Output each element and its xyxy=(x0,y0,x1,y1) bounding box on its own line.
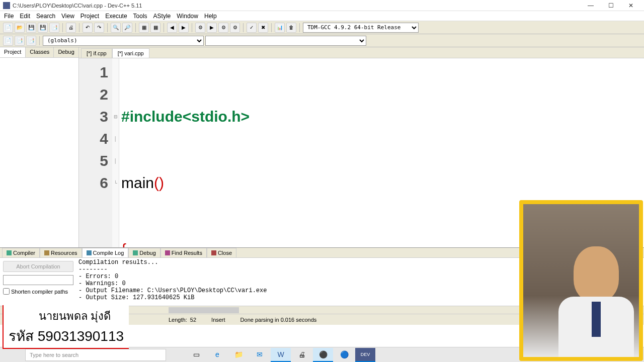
debug-icon[interactable]: ✓ xyxy=(247,23,257,33)
file-tab-vari[interactable]: [*] vari.cpp xyxy=(112,48,149,58)
search-placeholder: Type here to search xyxy=(30,352,78,358)
obs-icon[interactable]: ⚫ xyxy=(313,348,333,362)
separator xyxy=(79,23,79,32)
compile-icon[interactable]: ⚙ xyxy=(195,23,205,33)
function-select[interactable] xyxy=(205,36,366,46)
chrome-icon[interactable]: 🔵 xyxy=(334,348,354,362)
tab-compiler[interactable]: Compiler xyxy=(2,248,40,257)
fold-column: ⊟││└ xyxy=(112,58,119,247)
stop-icon[interactable]: ✖ xyxy=(258,23,268,33)
status-insert: Insert xyxy=(211,317,225,323)
close-button[interactable]: ✕ xyxy=(621,1,641,11)
goto-icon[interactable]: ▦ xyxy=(139,23,149,33)
close-file-icon[interactable]: 📑 xyxy=(49,23,59,33)
menubar: File Edit Search View Project Execute To… xyxy=(0,11,644,21)
compile-filter-input[interactable] xyxy=(3,275,73,285)
menu-project[interactable]: Project xyxy=(80,13,99,20)
shorten-paths-label: Shorten compiler paths xyxy=(11,289,68,295)
globals-select[interactable]: (globals) xyxy=(43,36,204,46)
maximize-button[interactable]: ☐ xyxy=(601,1,621,11)
goto2-icon[interactable]: ▦ xyxy=(150,23,160,33)
menu-help[interactable]: Help xyxy=(204,13,217,20)
tab-compile-log[interactable]: Compile Log xyxy=(82,248,129,257)
name-overlay: นายนพดล มุ่งดี รหัส 59031390113 xyxy=(3,305,129,349)
print-icon[interactable]: 🖨 xyxy=(66,23,76,33)
toolbar-main: 📄 📂 💾 💾 📑 🖨 ↶ ↷ 🔍 🔎 ▦ ▦ ◀ ▶ ⚙ ▶ ⚙ ⚙ ✓ ✖ … xyxy=(0,21,644,34)
status-length-label: Length: xyxy=(169,317,187,323)
save-all-icon[interactable]: 💾 xyxy=(38,23,48,33)
sidebar-tabs: Project Classes Debug xyxy=(0,47,78,58)
explorer-icon[interactable]: 📁 xyxy=(228,348,249,362)
menu-astyle[interactable]: AStyle xyxy=(153,13,171,20)
compile-run-icon[interactable]: ⚙ xyxy=(218,23,228,33)
rebuild-icon[interactable]: ⚙ xyxy=(230,23,240,33)
redo-icon[interactable]: ↷ xyxy=(94,23,104,33)
overlay-name-line: นายนพดล มุ่งดี xyxy=(39,307,124,325)
printer-icon[interactable]: 🖨 xyxy=(292,348,312,362)
bookmark-icon[interactable]: 📑 xyxy=(15,36,25,46)
menu-execute[interactable]: Execute xyxy=(105,13,127,20)
abort-compilation-button[interactable]: Abort Compilation xyxy=(3,261,73,272)
separator xyxy=(299,23,300,32)
word-icon[interactable]: W xyxy=(271,348,291,362)
sidebar-tab-project[interactable]: Project xyxy=(0,47,26,57)
menu-window[interactable]: Window xyxy=(177,13,198,20)
compiler-select[interactable]: TDM-GCC 4.9.2 64-bit Release xyxy=(303,23,419,33)
separator xyxy=(271,23,272,32)
find-icon[interactable]: 🔍 xyxy=(111,23,121,33)
status-length: 52 xyxy=(190,317,196,323)
save-icon[interactable]: 💾 xyxy=(26,23,36,33)
menu-search[interactable]: Search xyxy=(36,13,55,20)
menu-tools[interactable]: Tools xyxy=(133,13,147,20)
sidebar: Project Classes Debug xyxy=(0,47,79,247)
replace-icon[interactable]: 🔎 xyxy=(122,23,132,33)
app-icon xyxy=(3,2,10,9)
line-gutter: 1 2 3 4 5 6 xyxy=(79,58,112,247)
delete-profile-icon[interactable]: 🗑 xyxy=(286,23,296,33)
goto-bookmark-icon[interactable]: 📑 xyxy=(26,36,36,46)
line-number: 1 xyxy=(79,61,108,83)
tab-find-results[interactable]: Find Results xyxy=(160,248,207,257)
profile-icon[interactable]: 📊 xyxy=(275,23,285,33)
run-icon[interactable]: ▶ xyxy=(207,23,217,33)
file-tab-if[interactable]: [*] if.cpp xyxy=(81,48,112,58)
status-parse: Done parsing in 0.016 seconds xyxy=(240,317,317,323)
window-title: C:\Users\PLOY\Desktop\CC\vari.cpp - Dev-… xyxy=(13,3,581,9)
overlay-id-line: รหัส 59031390113 xyxy=(9,325,124,347)
sidebar-tab-debug[interactable]: Debug xyxy=(54,47,78,57)
menu-view[interactable]: View xyxy=(61,13,74,20)
menu-edit[interactable]: Edit xyxy=(20,13,30,20)
taskbar-apps: ▭ e 📁 ✉ W 🖨 ⚫ 🔵 DEV xyxy=(186,348,375,362)
devcpp-icon[interactable]: DEV xyxy=(355,348,375,362)
compile-controls: Abort Compilation Shorten compiler paths xyxy=(0,258,76,306)
separator xyxy=(192,23,192,32)
separator xyxy=(39,36,40,45)
menu-file[interactable]: File xyxy=(4,13,14,20)
webcam-overlay xyxy=(519,200,643,361)
open-icon[interactable]: 📂 xyxy=(15,23,25,33)
nav-fwd-icon[interactable]: ▶ xyxy=(179,23,189,33)
line-number: 2 xyxy=(79,83,108,106)
mail-icon[interactable]: ✉ xyxy=(250,348,270,362)
file-tabs: [*] if.cpp [*] vari.cpp xyxy=(79,47,644,58)
taskbar-search[interactable]: Type here to search xyxy=(25,349,166,361)
sidebar-tab-classes[interactable]: Classes xyxy=(26,47,54,57)
task-view-icon[interactable]: ▭ xyxy=(186,348,206,362)
tab-debug[interactable]: Debug xyxy=(128,248,160,257)
line-number: 3 xyxy=(79,106,108,128)
tab-close[interactable]: Close xyxy=(207,248,236,257)
tab-resources[interactable]: Resources xyxy=(40,248,82,257)
line-number: 4 xyxy=(79,128,108,150)
new-tab-icon[interactable]: 📄 xyxy=(3,36,13,46)
minimize-button[interactable]: — xyxy=(581,1,601,11)
toolbar-nav: 📄 📑 📑 (globals) xyxy=(0,34,644,47)
edge-icon[interactable]: e xyxy=(207,348,227,362)
line-number: 5 xyxy=(79,150,108,172)
separator xyxy=(107,23,108,32)
undo-icon[interactable]: ↶ xyxy=(83,23,93,33)
nav-back-icon[interactable]: ◀ xyxy=(167,23,177,33)
shorten-paths-checkbox[interactable] xyxy=(3,288,10,295)
new-file-icon[interactable]: 📄 xyxy=(3,23,13,33)
separator xyxy=(164,23,164,32)
scroll-thumb[interactable] xyxy=(169,307,239,313)
